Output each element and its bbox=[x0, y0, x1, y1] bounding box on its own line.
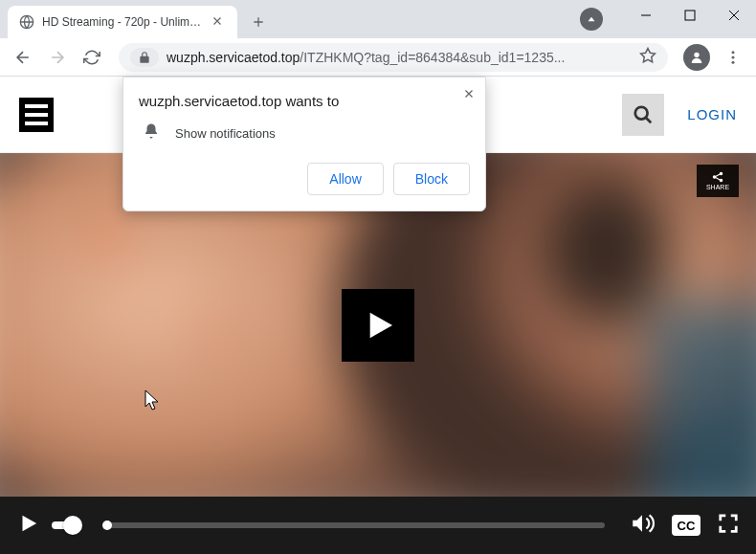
progress-bar[interactable] bbox=[107, 522, 605, 528]
address-bar[interactable]: wuzph.servicaetod.top/ITZHKMQ?tag_id=864… bbox=[119, 43, 668, 72]
window-titlebar: HD Streaming - 720p - Unlimited bbox=[0, 0, 756, 38]
search-button[interactable] bbox=[622, 94, 664, 136]
allow-button[interactable]: Allow bbox=[307, 163, 383, 195]
share-button[interactable]: SHARE bbox=[697, 165, 739, 197]
svg-point-15 bbox=[713, 176, 715, 178]
browser-tab[interactable]: HD Streaming - 720p - Unlimited bbox=[8, 6, 237, 38]
close-icon[interactable] bbox=[462, 87, 476, 104]
player-controls: CC bbox=[0, 497, 756, 554]
maximize-button[interactable] bbox=[668, 0, 712, 31]
hamburger-menu-icon[interactable] bbox=[19, 98, 54, 132]
minimize-button[interactable] bbox=[624, 0, 668, 31]
bookmark-star-icon[interactable] bbox=[639, 47, 656, 68]
closed-captions-button[interactable]: CC bbox=[672, 515, 700, 536]
svg-point-17 bbox=[720, 179, 722, 181]
svg-point-13 bbox=[93, 225, 122, 254]
svg-point-3 bbox=[694, 52, 699, 56]
profile-avatar[interactable] bbox=[683, 44, 710, 71]
window-controls bbox=[624, 0, 756, 38]
page-content: LOGIN SHARE bbox=[0, 77, 756, 554]
forward-button[interactable] bbox=[42, 42, 73, 73]
svg-point-5 bbox=[732, 55, 735, 58]
play-icon[interactable] bbox=[17, 513, 38, 538]
svg-point-7 bbox=[635, 106, 648, 119]
volume-slider[interactable] bbox=[52, 516, 82, 535]
close-window-button[interactable] bbox=[712, 0, 756, 31]
svg-point-11 bbox=[545, 177, 670, 322]
incognito-icon bbox=[580, 8, 603, 31]
url-text: wuzph.servicaetod.top/ITZHKMQ?tag_id=864… bbox=[167, 50, 632, 65]
svg-point-14 bbox=[201, 323, 222, 344]
svg-rect-12 bbox=[649, 302, 756, 497]
svg-point-4 bbox=[732, 51, 735, 54]
back-button[interactable] bbox=[8, 42, 38, 73]
svg-marker-2 bbox=[641, 48, 656, 61]
dialog-body: Show notifications bbox=[175, 126, 276, 141]
new-tab-button[interactable] bbox=[245, 9, 272, 35]
reload-button[interactable] bbox=[77, 42, 107, 73]
bell-icon bbox=[143, 122, 160, 144]
block-button[interactable]: Block bbox=[393, 163, 470, 195]
play-button[interactable] bbox=[342, 289, 414, 362]
browser-toolbar: wuzph.servicaetod.top/ITZHKMQ?tag_id=864… bbox=[0, 38, 756, 77]
notification-permission-dialog: wuzph.servicaetod.top wants to Show noti… bbox=[122, 77, 486, 211]
lock-icon[interactable] bbox=[130, 48, 159, 67]
fullscreen-icon[interactable] bbox=[718, 513, 739, 538]
tab-title: HD Streaming - 720p - Unlimited bbox=[42, 15, 203, 29]
close-icon[interactable] bbox=[211, 14, 226, 30]
svg-point-16 bbox=[720, 172, 722, 174]
login-link[interactable]: LOGIN bbox=[687, 106, 737, 122]
volume-icon[interactable] bbox=[630, 511, 655, 540]
dialog-title: wuzph.servicaetod.top wants to bbox=[139, 93, 470, 109]
svg-rect-1 bbox=[685, 11, 695, 20]
svg-point-6 bbox=[732, 60, 735, 63]
globe-icon bbox=[19, 14, 34, 30]
kebab-menu-icon[interactable] bbox=[718, 42, 748, 73]
